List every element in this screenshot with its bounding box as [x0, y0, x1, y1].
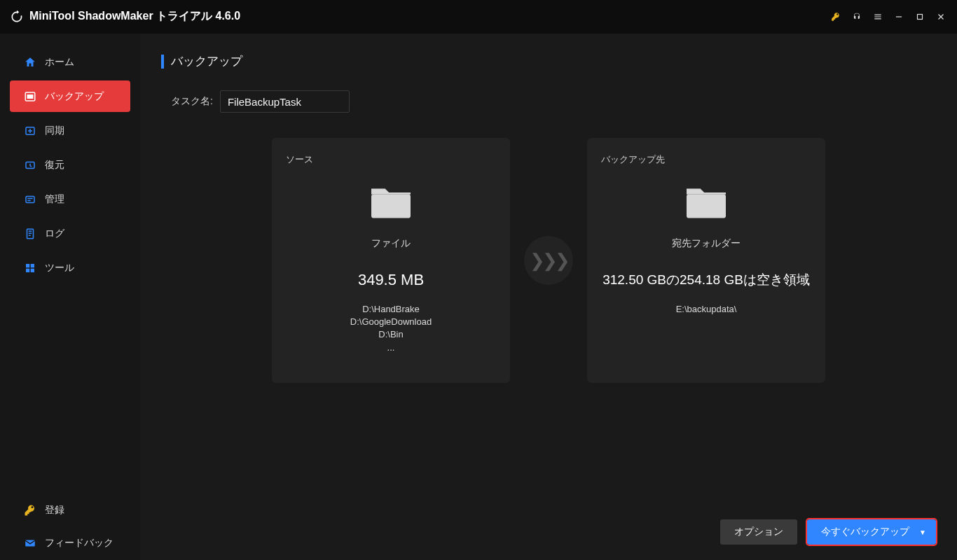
maximize-icon[interactable]: [909, 6, 930, 27]
mail-icon: [24, 537, 36, 550]
svg-rect-6: [26, 196, 34, 202]
manage-icon: [24, 193, 36, 206]
destination-path: E:\backupdata\: [676, 303, 737, 316]
sidebar-item-restore[interactable]: 復元: [10, 149, 130, 181]
home-icon: [24, 56, 36, 69]
main-content: バックアップ タスク名: ソース ファイル 349.5 MB D:\HandBr…: [140, 34, 957, 560]
source-paths: D:\HandBrake D:\GoogleDownload D:\Bin ..…: [350, 303, 432, 354]
folder-icon: [682, 183, 731, 222]
svg-rect-12: [26, 268, 29, 272]
sidebar-item-label: 復元: [45, 159, 64, 172]
source-type-label: ファイル: [371, 237, 411, 250]
sidebar-item-home[interactable]: ホーム: [10, 46, 130, 78]
source-card[interactable]: ソース ファイル 349.5 MB D:\HandBrake D:\Google…: [272, 138, 510, 383]
license-key-icon[interactable]: [825, 6, 846, 27]
sidebar-item-label: 管理: [45, 193, 64, 206]
sidebar-item-label: バックアップ: [45, 90, 104, 103]
sidebar-item-backup[interactable]: バックアップ: [10, 80, 130, 112]
close-icon[interactable]: [930, 6, 951, 27]
task-name-input[interactable]: [220, 90, 350, 113]
sidebar-item-label: ツール: [45, 262, 74, 274]
page-header: バックアップ: [161, 53, 936, 69]
sidebar-item-log[interactable]: ログ: [10, 218, 130, 249]
tools-icon: [24, 262, 36, 274]
log-icon: [24, 227, 36, 240]
svg-rect-3: [27, 94, 34, 99]
menu-icon[interactable]: [867, 6, 888, 27]
destination-type-label: 宛先フォルダー: [672, 237, 741, 250]
app-title: MiniTool ShadowMaker トライアル 4.6.0: [29, 9, 240, 24]
destination-card[interactable]: バックアップ先 宛先フォルダー 312.50 GBの254.18 GBは空き領域…: [587, 138, 825, 383]
sidebar-register[interactable]: 登録: [10, 494, 130, 526]
svg-rect-7: [27, 197, 33, 199]
svg-rect-0: [896, 16, 902, 17]
source-size: 349.5 MB: [358, 271, 424, 289]
backup-cards: ソース ファイル 349.5 MB D:\HandBrake D:\Google…: [161, 138, 936, 383]
page-title: バックアップ: [171, 53, 242, 69]
sidebar-feedback-label: フィードバック: [45, 537, 113, 550]
svg-rect-10: [26, 264, 29, 267]
destination-space: 312.50 GBの254.18 GBは空き領域: [603, 271, 810, 289]
svg-rect-13: [31, 268, 34, 272]
sidebar-item-label: ホーム: [45, 56, 74, 69]
key-icon: [24, 504, 36, 517]
arrow-icon: ❯❯❯: [524, 236, 573, 285]
title-bar: MiniTool ShadowMaker トライアル 4.6.0: [0, 0, 957, 34]
sidebar: ホーム バックアップ 同期 復元 管理 ログ: [0, 34, 140, 560]
backup-now-button[interactable]: 今すぐバックアップ ▼: [807, 519, 936, 545]
sidebar-item-label: ログ: [45, 227, 64, 240]
options-button[interactable]: オプション: [720, 519, 797, 545]
task-name-label: タスク名:: [171, 95, 213, 108]
sidebar-feedback[interactable]: フィードバック: [10, 527, 130, 559]
destination-caption: バックアップ先: [601, 153, 665, 166]
restore-icon: [24, 159, 36, 172]
sync-icon: [24, 125, 36, 137]
source-caption: ソース: [286, 153, 313, 166]
footer-actions: オプション 今すぐバックアップ ▼: [161, 505, 936, 545]
folder-icon: [366, 183, 415, 222]
backup-icon: [24, 90, 36, 103]
sidebar-item-label: 同期: [45, 125, 64, 137]
support-icon[interactable]: [846, 6, 867, 27]
svg-rect-1: [918, 14, 923, 19]
svg-rect-11: [31, 264, 34, 267]
svg-rect-15: [371, 195, 411, 218]
sidebar-register-label: 登録: [45, 504, 64, 517]
header-accent-bar: [161, 55, 164, 69]
minimize-icon[interactable]: [888, 6, 909, 27]
svg-rect-16: [687, 195, 726, 218]
app-logo-icon: [10, 10, 24, 24]
sidebar-item-tools[interactable]: ツール: [10, 252, 130, 284]
task-name-row: タスク名:: [171, 90, 936, 113]
sidebar-item-sync[interactable]: 同期: [10, 115, 130, 146]
app-logo: MiniTool ShadowMaker トライアル 4.6.0: [10, 9, 240, 24]
dropdown-caret-icon: ▼: [919, 528, 926, 536]
sidebar-item-manage[interactable]: 管理: [10, 183, 130, 215]
svg-rect-8: [27, 200, 31, 201]
